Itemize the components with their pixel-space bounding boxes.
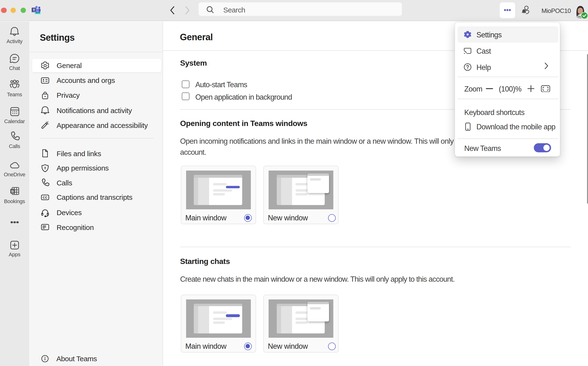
svg-text:T: T [33, 8, 35, 12]
svg-text:B: B [11, 189, 14, 193]
svg-text:CC: CC [43, 196, 47, 199]
